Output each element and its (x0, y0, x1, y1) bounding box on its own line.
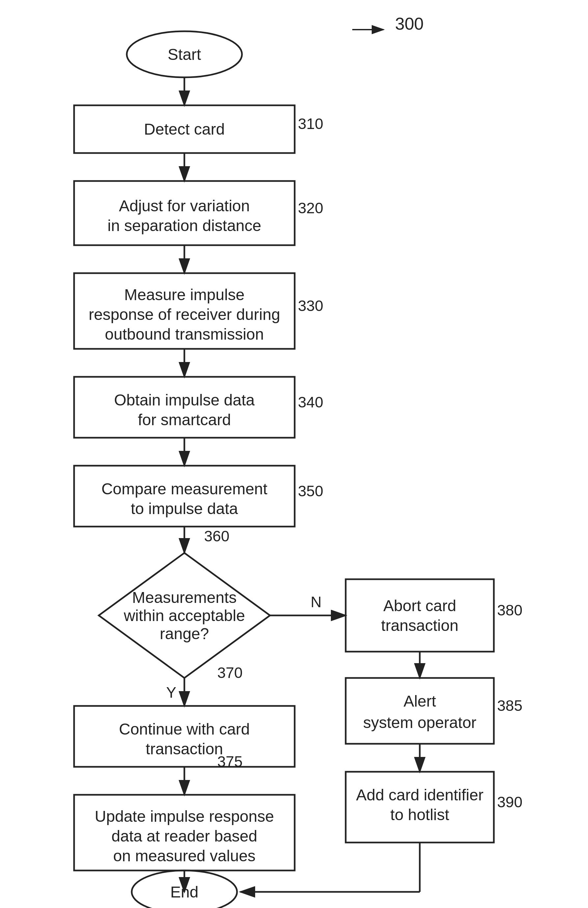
obtain-label-1: Obtain impulse data (114, 391, 255, 409)
decision-ref: 360 (204, 528, 229, 545)
start-label: Start (168, 46, 201, 63)
obtain-label-2: for smartcard (138, 411, 231, 428)
alert-box (346, 678, 494, 744)
continue-label-1: Continue with card (119, 720, 250, 738)
alert-label-1: Alert (404, 692, 436, 710)
addcard-label-2: to hotlist (390, 806, 449, 823)
decision-label-2: within acceptable (124, 607, 245, 624)
measure-label-3: outbound transmission (105, 325, 264, 343)
measure-label-2: response of receiver during (89, 306, 280, 323)
decision-label-1: Measurements (132, 589, 237, 606)
abort-label-2: transaction (381, 617, 459, 634)
detect-card-ref: 310 (298, 115, 323, 132)
n-label: N (311, 593, 321, 610)
measure-label-1: Measure impulse (124, 286, 244, 303)
update-label-3: on measured values (113, 847, 256, 865)
adjust-label-2: in separation distance (108, 217, 261, 234)
addcard-label-1: Add card identifier (356, 786, 483, 804)
compare-ref: 350 (298, 483, 323, 499)
adjust-label-1: Adjust for variation (119, 197, 250, 214)
diagram-ref: 300 (395, 14, 424, 33)
continue-ref: 370 (217, 664, 243, 681)
measure-ref: 330 (298, 297, 323, 314)
end-label: End (170, 883, 198, 901)
alert-ref: 385 (497, 697, 522, 714)
update-label-2: data at reader based (111, 828, 258, 845)
y-label: Y (166, 684, 176, 701)
abort-ref: 380 (497, 602, 522, 619)
detect-card-label: Detect card (144, 121, 224, 138)
abort-label-1: Abort card (383, 597, 456, 615)
addcard-ref: 390 (497, 794, 522, 811)
abort-box (346, 579, 494, 652)
compare-label-1: Compare measurement (101, 480, 267, 497)
update-label-1: Update impulse response (95, 808, 274, 825)
compare-label-2: to impulse data (131, 500, 238, 517)
continue-label-2: transaction (146, 740, 223, 758)
adjust-ref: 320 (298, 200, 323, 217)
decision-label-3: range? (159, 625, 209, 642)
obtain-ref: 340 (298, 394, 323, 411)
alert-label-2: system operator (363, 714, 477, 731)
diagram-container: 300 Start Detect card 310 Adjust for var… (0, 0, 588, 908)
update-ref: 375 (217, 753, 243, 770)
